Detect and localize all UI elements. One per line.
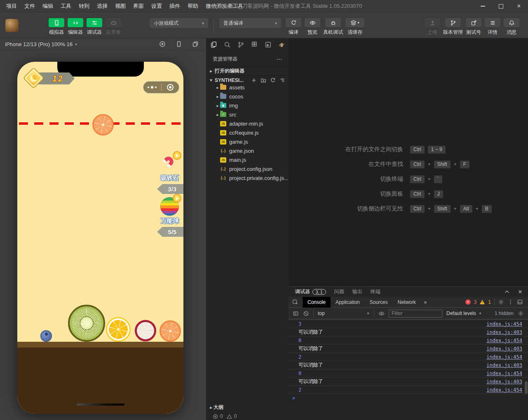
collapse-all-icon[interactable]	[279, 77, 285, 83]
log-levels-selector[interactable]: Default levels	[446, 310, 482, 316]
menu-item[interactable]: 选择	[93, 0, 111, 12]
log-source-link[interactable]: index.js:454	[486, 371, 522, 376]
live-expression-eye-icon[interactable]	[378, 310, 385, 317]
close-panel-icon[interactable]: ×	[518, 288, 522, 295]
warning-badge-icon[interactable]	[480, 300, 485, 304]
log-source-link[interactable]: index.js:454	[486, 338, 522, 343]
inspect-icon[interactable]	[289, 299, 302, 305]
search-icon[interactable]	[224, 41, 231, 48]
console-scrollbar-thumb[interactable]	[525, 381, 528, 394]
new-file-icon[interactable]	[251, 77, 257, 83]
debugger-tab[interactable]: 终端	[371, 288, 380, 295]
teapot-icon[interactable]	[278, 41, 285, 48]
tree-row[interactable]: ▸ assets	[206, 83, 289, 92]
menu-item[interactable]: 文件	[21, 0, 39, 12]
compile-button[interactable]: 编译	[285, 18, 302, 36]
devtools-tab[interactable]: Network	[393, 297, 421, 308]
powerup-rainbow-ball[interactable]: 万能球 5/5	[156, 196, 183, 237]
tree-row[interactable]: project.config.json	[206, 164, 289, 173]
messages-button[interactable]: 消息	[503, 18, 520, 36]
powerup-magnet[interactable]: 吸铁石 3/3	[156, 153, 183, 194]
tree-row[interactable]: ▸ cocos	[206, 92, 289, 101]
menu-item[interactable]: 工具	[57, 0, 75, 12]
source-control-icon[interactable]	[237, 41, 244, 48]
log-source-link[interactable]: index.js:454	[486, 354, 522, 360]
preview-button[interactable]: 预览	[304, 18, 321, 36]
menu-item[interactable]: 设置	[148, 0, 166, 12]
menu-item[interactable]: 转到	[75, 0, 93, 12]
version-control-button[interactable]: 版本管理	[443, 18, 463, 36]
details-button[interactable]: 详情	[484, 18, 501, 36]
new-folder-icon[interactable]	[260, 77, 266, 83]
refresh-icon[interactable]	[270, 77, 276, 83]
outline-section[interactable]: ▸ 大纲	[206, 403, 289, 412]
menu-item[interactable]: 界面	[129, 0, 148, 12]
tree-row[interactable]: game.js	[206, 137, 289, 146]
debugger-tab[interactable]: 输出	[352, 288, 362, 295]
log-source-link[interactable]: index.js:403	[486, 329, 522, 335]
gear-icon[interactable]	[498, 299, 504, 305]
error-badge-icon[interactable]	[465, 299, 471, 305]
minimize-button[interactable]	[474, 0, 492, 12]
user-avatar[interactable]	[5, 19, 19, 32]
clear-cache-button[interactable]: ▾ 清缓存	[345, 18, 364, 36]
console-prompt[interactable]: >	[289, 394, 528, 402]
devtools-tab[interactable]: Sources	[365, 297, 393, 308]
close-button[interactable]: ×	[510, 0, 528, 12]
files-icon[interactable]	[210, 41, 217, 48]
debugger-tab[interactable]: 调试器 3, 1	[295, 288, 326, 295]
open-editors-section[interactable]: ▸ 打开的编辑器	[206, 66, 289, 75]
log-source-link[interactable]: index.js:454	[486, 387, 522, 393]
editor-area[interactable]: 在打开的文件之间切换 Ctrl1 ~ 9 在文件中查找 Ctrl+Shift+F…	[289, 38, 528, 286]
tree-row[interactable]: game.json	[206, 146, 289, 155]
compile-mode-select[interactable]: 普通编译	[219, 18, 281, 28]
capsule-close-button[interactable]	[162, 84, 179, 91]
editor-button[interactable]: 编辑器	[67, 18, 84, 36]
collapse-panel-icon[interactable]	[504, 289, 510, 295]
capsule-more-button[interactable]	[143, 86, 161, 89]
context-selector[interactable]: top	[318, 310, 370, 316]
more-tabs-icon[interactable]: »	[421, 299, 430, 305]
devtools-tab[interactable]: Console	[303, 297, 331, 308]
cloud-dev-button[interactable]: 云开发	[105, 18, 122, 36]
menu-item[interactable]: 插件	[166, 0, 184, 12]
menu-item[interactable]: 帮助	[184, 0, 202, 12]
log-source-link[interactable]: index.js:403	[486, 379, 522, 385]
log-source-link[interactable]: index.js:454	[486, 321, 522, 327]
upload-button[interactable]: 上传	[424, 18, 441, 36]
menu-item[interactable]: 项目	[2, 0, 21, 12]
console-sidebar-icon[interactable]	[293, 310, 299, 317]
tree-row[interactable]: ccRequire.js	[206, 128, 289, 137]
multi-window-icon[interactable]	[192, 41, 199, 47]
panel-icon[interactable]	[265, 41, 272, 48]
record-stop-icon[interactable]	[159, 41, 166, 47]
debugger-tab[interactable]: 问题	[334, 288, 344, 295]
tree-row[interactable]: ▸ src	[206, 110, 289, 119]
kebab-menu-icon[interactable]	[507, 299, 514, 305]
console-log-list: 3 index.js:454 可以消除了 index.js:403 0 inde…	[289, 320, 528, 394]
extensions-icon[interactable]	[251, 41, 258, 48]
problems-status[interactable]: 0 0	[206, 412, 289, 420]
tree-row[interactable]: project.private.config.js...	[206, 173, 289, 182]
test-account-button[interactable]: 测试号	[465, 18, 482, 36]
tree-row[interactable]: ▸ img	[206, 101, 289, 110]
game-mode-select[interactable]: 小游戏模式	[150, 18, 208, 28]
console-filter-input[interactable]	[389, 310, 442, 317]
dock-side-icon[interactable]	[517, 299, 523, 305]
menu-item[interactable]: 视图	[111, 0, 129, 12]
menu-item[interactable]: 编辑	[39, 0, 57, 12]
clear-console-icon[interactable]	[303, 310, 309, 317]
tree-row[interactable]: main.js	[206, 155, 289, 164]
device-selector[interactable]: iPhone 12/13 (Pro) 100% 16	[5, 41, 77, 47]
log-source-link[interactable]: index.js:403	[486, 362, 522, 368]
debugger-button[interactable]: 调试器	[86, 18, 103, 36]
more-actions-icon[interactable]: ⋯	[277, 56, 283, 62]
maximize-button[interactable]	[492, 0, 510, 12]
simulator-button[interactable]: 模拟器	[48, 18, 65, 36]
console-settings-gear-icon[interactable]	[518, 310, 524, 317]
log-source-link[interactable]: index.js:403	[486, 346, 522, 352]
tree-row[interactable]: adapter-min.js	[206, 119, 289, 128]
remote-debug-button[interactable]: 真机调试	[323, 18, 343, 36]
device-frame-icon[interactable]	[176, 41, 182, 47]
devtools-tab[interactable]: Application	[331, 297, 365, 308]
